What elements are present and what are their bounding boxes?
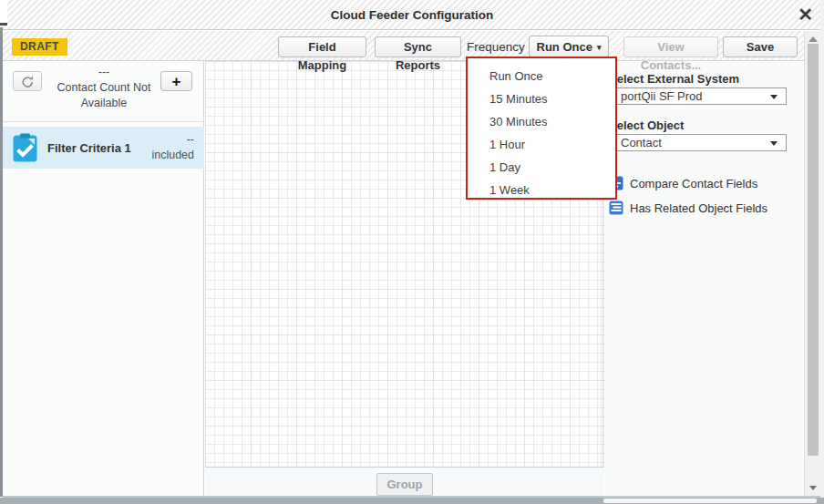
frequency-value: Run Once — [537, 40, 592, 54]
frequency-dropdown-button[interactable]: Run Once▾ — [529, 36, 609, 58]
refresh-icon — [20, 75, 36, 89]
canvas-footer: Group — [205, 467, 604, 497]
horizontal-scrollbar-thumb[interactable] — [603, 499, 817, 503]
group-button: Group — [376, 473, 433, 496]
dialog-title: Cloud Feeder Configuration — [0, 8, 824, 22]
close-icon[interactable]: ✕ — [798, 4, 813, 26]
chevron-down-icon: ▾ — [597, 43, 602, 52]
external-system-value: portQii SF Prod — [621, 89, 703, 103]
filter-criteria-item[interactable]: Filter Criteria 1 -- included — [3, 127, 204, 169]
save-button[interactable]: Save — [723, 36, 798, 57]
has-related-object-fields-label: Has Related Object Fields — [630, 201, 767, 215]
cloud-feeder-dialog: Cloud Feeder Configuration ✕ DRAFT Field… — [0, 0, 824, 504]
left-window-border — [0, 27, 3, 497]
compare-contact-fields-label: Compare Contact Fields — [630, 177, 757, 190]
chevron-down-icon — [770, 95, 778, 99]
toolbar: DRAFT Field Mapping Sync Reports Frequen… — [3, 31, 804, 61]
top-left-page-notch — [0, 0, 7, 26]
contact-count-message: Contact Count Not Available — [48, 80, 160, 111]
object-value: Contact — [621, 136, 662, 149]
refresh-count-button[interactable] — [13, 71, 42, 91]
draft-badge: DRAFT — [12, 38, 67, 56]
right-window-border — [820, 0, 824, 504]
vertical-scrollbar[interactable] — [804, 31, 820, 497]
frequency-option-1-hour[interactable]: 1 Hour — [468, 133, 615, 156]
title-bar: Cloud Feeder Configuration ✕ — [0, 0, 824, 30]
contact-count-value: --- — [48, 65, 160, 80]
view-contacts-button: View Contacts... — [623, 36, 718, 57]
filter-count-value: -- — [151, 132, 194, 148]
chevron-down-icon — [770, 141, 778, 146]
object-select[interactable]: Contact — [613, 134, 787, 151]
sidebar-header: --- Contact Count Not Available + — [3, 61, 203, 122]
filter-criteria-label: Filter Criteria 1 — [47, 141, 131, 155]
frequency-option-1-day[interactable]: 1 Day — [468, 156, 615, 179]
contact-count-status: --- Contact Count Not Available — [48, 65, 160, 111]
sync-reports-button[interactable]: Sync Reports — [375, 36, 461, 57]
frequency-dropdown-menu: Run Once 15 Minutes 30 Minutes 1 Hour 1 … — [466, 57, 617, 200]
frequency-option-30-minutes[interactable]: 30 Minutes — [468, 110, 615, 133]
filter-included-label: included — [151, 148, 194, 163]
scroll-up-icon[interactable] — [809, 36, 818, 42]
frequency-option-run-once[interactable]: Run Once — [468, 65, 615, 87]
has-related-object-fields-link[interactable]: Has Related Object Fields — [609, 200, 767, 216]
filter-sidebar: --- Contact Count Not Available + Filter… — [3, 61, 204, 497]
frequency-label: Frequency — [467, 40, 525, 54]
frequency-option-1-week[interactable]: 1 Week — [468, 179, 615, 201]
object-label: Select Object — [609, 118, 684, 132]
scrollbar-thumb[interactable] — [808, 44, 819, 456]
scroll-down-icon[interactable] — [809, 486, 817, 490]
compare-contact-fields-link[interactable]: Compare Contact Fields — [609, 175, 757, 191]
filter-checklist-icon — [13, 133, 37, 162]
add-filter-button[interactable]: + — [160, 71, 192, 91]
external-system-select[interactable]: portQii SF Prod — [613, 87, 787, 105]
related-fields-icon — [609, 201, 623, 215]
settings-panel: Select External System portQii SF Prod S… — [605, 61, 804, 497]
filter-criteria-count: -- included — [151, 132, 194, 163]
frequency-option-15-minutes[interactable]: 15 Minutes — [468, 87, 615, 110]
field-mapping-button[interactable]: Field Mapping — [278, 36, 366, 57]
